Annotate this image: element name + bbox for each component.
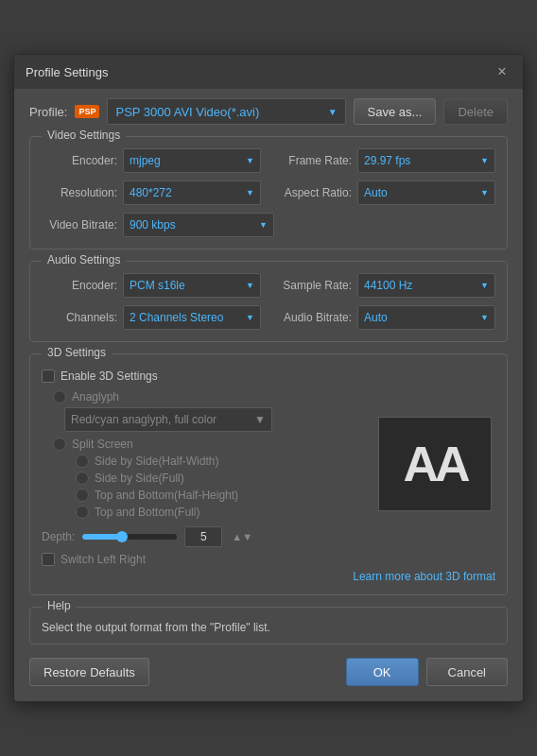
video-settings-grid: Encoder: mjpeg ▼ Frame Rate: 29.97 fps ▼… [42,148,495,205]
preview-text: AA [403,436,466,492]
side-by-side-full-radio[interactable] [76,472,89,485]
depth-stepper[interactable]: ▲▼ [232,531,252,542]
audio-settings-title: Audio Settings [42,253,126,266]
channels-value: 2 Channels Stereo [130,311,223,324]
enable-3d-label: Enable 3D Settings [61,369,158,383]
audio-bitrate-value: Auto [364,311,388,324]
3d-preview: AA [378,362,495,566]
profile-settings-dialog: Profile Settings × Profile: PSP PSP 3000… [13,54,524,702]
learn-more-row: Learn more about 3D format [42,570,495,583]
learn-more-link[interactable]: Learn more about 3D format [353,570,495,583]
3d-left: Enable 3D Settings Anaglyph Red/cyan ana… [42,362,367,566]
footer-row: Restore Defaults OK Cancel [29,658,508,686]
side-by-side-half-row: Side by Side(Half-Width) [76,455,367,468]
dialog-title: Profile Settings [26,65,108,79]
channels-dropdown[interactable]: 2 Channels Stereo ▼ [123,305,261,330]
audio-encoder-label: Encoder: [42,279,117,292]
profile-row: Profile: PSP PSP 3000 AVI Video(*.avi) ▼… [29,98,508,125]
depth-value: 5 [200,530,207,543]
sample-rate-label: Sample Rate: [276,279,352,292]
split-screen-label: Split Screen [72,438,133,451]
video-settings-section: Video Settings Encoder: mjpeg ▼ Frame Ra… [29,136,508,249]
3d-settings-title: 3D Settings [42,346,112,359]
anaglyph-group: Anaglyph Red/cyan anaglyph, full color ▼… [42,390,367,519]
save-as-button[interactable]: Save as... [354,98,437,125]
encoder-arrow: ▼ [246,156,254,165]
channels-arrow: ▼ [246,313,254,322]
dialog-body: Profile: PSP PSP 3000 AVI Video(*.avi) ▼… [14,89,523,701]
video-bitrate-arrow: ▼ [259,220,268,230]
anaglyph-radio[interactable] [53,390,66,404]
video-bitrate-value: 900 kbps [130,218,176,232]
video-bitrate-dropdown[interactable]: 900 kbps ▼ [123,213,274,237]
resolution-dropdown[interactable]: 480*272 ▼ [123,180,261,205]
anaglyph-label: Anaglyph [72,390,119,404]
cancel-button[interactable]: Cancel [426,658,508,686]
enable-3d-checkbox[interactable] [42,369,55,383]
depth-slider[interactable] [82,534,177,540]
audio-bitrate-arrow: ▼ [480,313,489,322]
help-section: Help Select the output format from the "… [29,607,508,644]
ok-cancel-group: OK Cancel [346,658,508,686]
close-button[interactable]: × [493,62,511,81]
profile-label: Profile: [29,105,67,119]
aspect-ratio-value: Auto [364,186,388,199]
anaglyph-dropdown[interactable]: Red/cyan anaglyph, full color ▼ [64,407,272,432]
encoder-row: Encoder: mjpeg ▼ [42,148,261,173]
aspect-ratio-dropdown[interactable]: Auto ▼ [357,180,495,205]
encoder-dropdown[interactable]: mjpeg ▼ [123,148,261,173]
depth-label: Depth: [42,530,75,543]
restore-defaults-button[interactable]: Restore Defaults [29,658,149,686]
switch-lr-label: Switch Left Right [61,553,146,566]
frame-rate-dropdown[interactable]: 29.97 fps ▼ [357,148,495,173]
audio-encoder-value: PCM s16le [130,279,185,292]
ok-button[interactable]: OK [346,658,419,686]
profile-dropdown[interactable]: PSP 3000 AVI Video(*.avi) ▼ [107,98,345,125]
side-by-side-full-label: Side by Side(Full) [95,472,184,485]
profile-dropdown-arrow: ▼ [328,107,338,117]
video-bitrate-label: Video Bitrate: [42,218,117,232]
sample-rate-dropdown[interactable]: 44100 Hz ▼ [357,273,495,298]
top-bottom-full-label: Top and Bottom(Full) [95,506,199,519]
frame-rate-row: Frame Rate: 29.97 fps ▼ [276,148,495,173]
audio-bitrate-dropdown[interactable]: Auto ▼ [357,305,495,330]
anaglyph-radio-row: Anaglyph [53,390,367,404]
enable-3d-row: Enable 3D Settings [42,369,367,383]
audio-encoder-row: Encoder: PCM s16le ▼ [42,273,261,298]
aspect-ratio-row: Aspect Ratio: Auto ▼ [276,180,495,205]
audio-encoder-dropdown[interactable]: PCM s16le ▼ [123,273,261,298]
aspect-ratio-label: Aspect Ratio: [276,186,352,199]
side-by-side-half-radio[interactable] [76,455,89,468]
top-bottom-half-radio[interactable] [76,489,89,502]
split-screen-radio[interactable] [53,438,66,451]
resolution-row: Resolution: 480*272 ▼ [42,180,261,205]
title-bar: Profile Settings × [14,55,523,89]
help-text: Select the output format from the "Profi… [42,621,495,634]
video-settings-title: Video Settings [42,129,126,142]
audio-encoder-arrow: ▼ [246,281,254,290]
resolution-label: Resolution: [42,186,117,199]
delete-button[interactable]: Delete [443,98,508,125]
channels-label: Channels: [42,311,117,324]
sample-rate-value: 44100 Hz [364,279,412,292]
side-by-side-full-row: Side by Side(Full) [76,472,367,485]
anaglyph-arrow: ▼ [254,413,266,426]
help-title: Help [42,599,77,612]
top-bottom-full-radio[interactable] [76,506,89,519]
channels-row: Channels: 2 Channels Stereo ▼ [42,305,261,330]
side-by-side-half-label: Side by Side(Half-Width) [95,455,218,468]
depth-slider-fill [82,534,120,540]
audio-bitrate-row: Audio Bitrate: Auto ▼ [276,305,495,330]
top-bottom-half-row: Top and Bottom(Half-Height) [76,489,367,502]
sample-rate-row: Sample Rate: 44100 Hz ▼ [276,273,495,298]
video-bitrate-row: Video Bitrate: 900 kbps ▼ [42,213,495,237]
split-options: Side by Side(Half-Width) Side by Side(Fu… [53,455,367,519]
frame-rate-arrow: ▼ [480,156,489,165]
resolution-arrow: ▼ [246,188,254,198]
depth-input[interactable]: 5 [184,526,222,547]
encoder-value: mjpeg [130,154,161,167]
3d-layout: Enable 3D Settings Anaglyph Red/cyan ana… [42,362,495,566]
aspect-ratio-arrow: ▼ [480,188,489,198]
switch-lr-checkbox[interactable] [42,553,55,566]
depth-slider-thumb[interactable] [116,531,128,542]
